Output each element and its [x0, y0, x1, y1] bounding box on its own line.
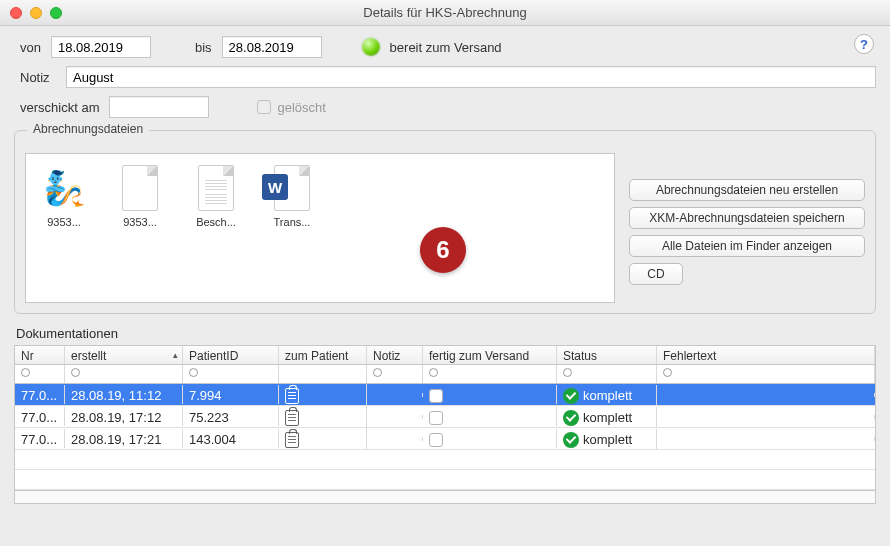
geloescht-label: gelöscht — [277, 100, 325, 115]
cell-zum-patient[interactable] — [279, 428, 367, 449]
filter-radio-icon[interactable] — [373, 368, 382, 377]
table-row[interactable]: 77.0... 28.08.19, 17:12 75.223 komplett — [15, 406, 875, 428]
cell-notiz — [367, 393, 423, 397]
cell-fertig[interactable] — [423, 407, 557, 427]
xkm-save-button[interactable]: XKM-Abrechnungsdateien speichern — [629, 207, 865, 229]
filter-radio-icon[interactable] — [71, 368, 80, 377]
checkbox-icon[interactable] — [429, 389, 443, 403]
checkbox-icon[interactable] — [429, 411, 443, 425]
col-patient-id[interactable]: PatientID — [183, 346, 279, 364]
col-fehlertext[interactable]: Fehlertext — [657, 346, 875, 364]
cell-fehlertext — [657, 393, 875, 397]
text-page-icon — [192, 164, 240, 212]
clipboard-icon — [285, 388, 299, 404]
checkbox-icon[interactable] — [429, 433, 443, 447]
cell-status: komplett — [557, 429, 657, 449]
cell-fertig[interactable] — [423, 429, 557, 449]
check-circle-icon — [563, 432, 579, 448]
window-titlebar: Details für HKS-Abrechnung — [0, 0, 890, 26]
von-input[interactable] — [51, 36, 151, 58]
cell-pid: 143.004 — [183, 429, 279, 448]
files-groupbox: Abrechnungsdateien 🧞 9353... 9353... — [14, 130, 876, 314]
check-circle-icon — [563, 410, 579, 426]
status-led-icon — [362, 38, 380, 56]
cell-nr: 77.0... — [15, 385, 65, 404]
file-name: 9353... — [36, 216, 92, 228]
check-circle-icon — [563, 388, 579, 404]
filter-radio-icon[interactable] — [189, 368, 198, 377]
col-notiz[interactable]: Notiz — [367, 346, 423, 364]
file-name: 9353... — [112, 216, 168, 228]
cell-zum-patient[interactable] — [279, 406, 367, 427]
table-row[interactable]: 77.0... 28.08.19, 11:12 7.994 komplett — [15, 384, 875, 406]
geloescht-checkbox: gelöscht — [257, 100, 325, 115]
table-filter-row — [15, 365, 875, 384]
cell-notiz — [367, 437, 423, 441]
file-item[interactable]: Besch... — [188, 164, 244, 228]
verschickt-input[interactable] — [109, 96, 209, 118]
cell-pid: 75.223 — [183, 407, 279, 426]
notiz-input[interactable] — [66, 66, 876, 88]
table-row[interactable]: 77.0... 28.08.19, 17:21 143.004 komplett — [15, 428, 875, 450]
filter-radio-icon[interactable] — [21, 368, 30, 377]
docs-table: Nr erstellt▴ PatientID zum Patient Notiz… — [14, 345, 876, 490]
verschickt-label: verschickt am — [20, 100, 99, 115]
cell-fehlertext — [657, 415, 875, 419]
bis-input[interactable] — [222, 36, 322, 58]
cell-nr: 77.0... — [15, 407, 65, 426]
table-header: Nr erstellt▴ PatientID zum Patient Notiz… — [15, 346, 875, 365]
filter-radio-icon[interactable] — [429, 368, 438, 377]
files-panel[interactable]: 🧞 9353... 9353... Besch... — [25, 153, 615, 303]
cell-fehlertext — [657, 437, 875, 441]
help-button[interactable]: ? — [854, 34, 874, 54]
sort-asc-icon: ▴ — [173, 350, 178, 360]
col-nr[interactable]: Nr — [15, 346, 65, 364]
horizontal-scrollbar[interactable] — [14, 490, 876, 504]
col-fertig[interactable]: fertig zum Versand — [423, 346, 557, 364]
cell-status: komplett — [557, 407, 657, 427]
table-row — [15, 450, 875, 470]
cell-notiz — [367, 415, 423, 419]
col-erstellt[interactable]: erstellt▴ — [65, 346, 183, 364]
file-name: Besch... — [188, 216, 244, 228]
table-row — [15, 470, 875, 490]
files-group-title: Abrechnungsdateien — [27, 122, 149, 136]
cell-erstellt: 28.08.19, 17:12 — [65, 407, 183, 426]
cell-zum-patient[interactable] — [279, 384, 367, 405]
filter-radio-icon[interactable] — [563, 368, 572, 377]
regen-files-button[interactable]: Abrechnungsdateien neu erstellen — [629, 179, 865, 201]
annotation-badge: 6 — [420, 227, 466, 273]
bis-label: bis — [195, 40, 212, 55]
von-label: von — [20, 40, 41, 55]
checkbox-icon — [257, 100, 271, 114]
col-zum-patient[interactable]: zum Patient — [279, 346, 367, 364]
file-item[interactable]: W Trans... — [264, 164, 320, 228]
window-title: Details für HKS-Abrechnung — [0, 5, 890, 20]
word-doc-icon: W — [268, 164, 316, 212]
filter-radio-icon[interactable] — [663, 368, 672, 377]
genie-icon: 🧞 — [40, 164, 88, 212]
cd-button[interactable]: CD — [629, 263, 683, 285]
notiz-row: Notiz — [20, 66, 876, 88]
clipboard-icon — [285, 432, 299, 448]
show-finder-button[interactable]: Alle Dateien im Finder anzeigen — [629, 235, 865, 257]
cell-status: komplett — [557, 385, 657, 405]
cell-pid: 7.994 — [183, 385, 279, 404]
file-name: Trans... — [264, 216, 320, 228]
blank-page-icon — [116, 164, 164, 212]
file-item[interactable]: 🧞 9353... — [36, 164, 92, 228]
clipboard-icon — [285, 410, 299, 426]
notiz-label: Notiz — [20, 70, 56, 85]
cell-erstellt: 28.08.19, 11:12 — [65, 385, 183, 404]
file-item[interactable]: 9353... — [112, 164, 168, 228]
col-status[interactable]: Status — [557, 346, 657, 364]
status-text: bereit zum Versand — [390, 40, 502, 55]
verschickt-row: verschickt am gelöscht — [20, 96, 876, 118]
date-filter-row: von bis bereit zum Versand — [20, 36, 876, 58]
docs-section-title: Dokumentationen — [16, 326, 876, 341]
cell-fertig[interactable] — [423, 385, 557, 405]
cell-nr: 77.0... — [15, 429, 65, 448]
file-buttons: Abrechnungsdateien neu erstellen XKM-Abr… — [629, 179, 865, 285]
cell-erstellt: 28.08.19, 17:21 — [65, 429, 183, 448]
